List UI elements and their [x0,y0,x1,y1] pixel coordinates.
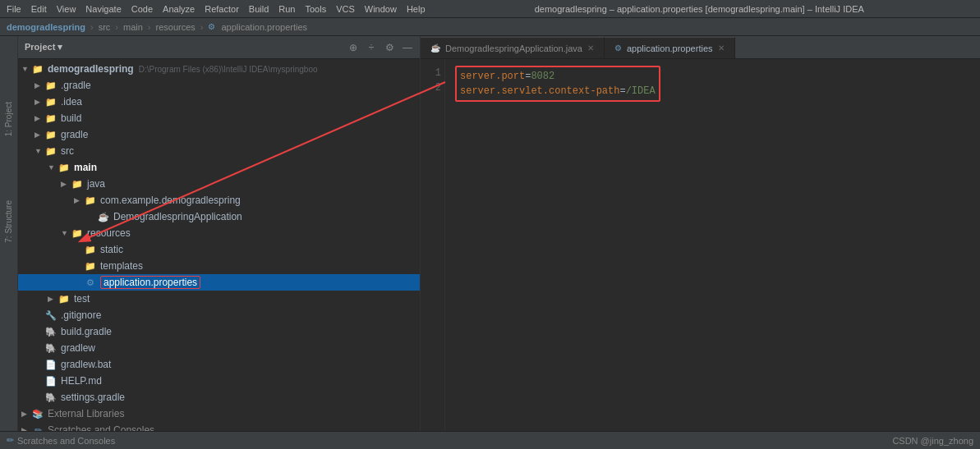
tree-label: .gradle [61,80,91,91]
props-tab-icon: ⚙ [614,44,622,53]
code-editor[interactable]: server.port=8082 server.servlet.context-… [445,59,980,431]
tree-item-demogradlespring[interactable]: ▼ 📁 demogradlespring D:\Program Files (x… [18,61,420,77]
tree-label: main [74,162,97,173]
arrow-icon: ▼ [48,163,58,172]
folder-icon: 📁 [58,293,71,305]
tab-close-props[interactable]: ✕ [718,44,725,53]
locate-icon[interactable]: ⊕ [347,42,359,53]
tree-label: settings.gradle [61,392,125,403]
tab-label: application.properties [627,44,713,53]
folder-open-icon: 📁 [71,227,84,239]
menu-tools[interactable]: Tools [305,4,326,14]
breadcrumb-main[interactable]: main [123,22,143,32]
gradle-file-icon: 🐘 [44,342,58,354]
java-file-icon: ☕ [97,211,110,222]
collapse-icon[interactable]: ÷ [366,42,377,53]
structure-panel-label[interactable]: 7: Structure [4,200,13,243]
menu-build[interactable]: Build [249,4,269,14]
folder-icon: 📁 [44,96,58,108]
folder-icon: 📁 [84,195,97,206]
bottom-bar: ✏ Scratches and Consoles CSDN @jing_zhon… [0,431,980,449]
tab-props[interactable]: ⚙ application.properties ✕ [605,37,735,58]
tab-close-java[interactable]: ✕ [587,44,594,53]
menu-view[interactable]: View [57,4,76,14]
scratch-bottom-icon: ✏ [7,435,14,446]
tree-label: demogradlespring [48,63,134,75]
tree-item-gradlew[interactable]: 🐘 gradlew [18,340,420,356]
breadcrumb-src[interactable]: src [99,22,111,32]
tree-label: src [61,145,74,157]
tree-item-extlibs[interactable]: ▶ 📚 External Libraries [18,405,420,422]
tree-item-gitignore[interactable]: 🔧 .gitignore [18,307,420,323]
panel-title: Project ▾ [25,42,341,53]
title-bar: File Edit View Navigate Code Analyze Ref… [0,0,980,18]
tree-item-appprops[interactable]: ⚙ application.properties [18,274,420,291]
minimize-icon[interactable]: — [402,42,413,53]
tree-item-buildgradle[interactable]: 🐘 build.gradle [18,323,420,340]
breadcrumb-project[interactable]: demogradlespring [7,22,85,32]
md-file-icon: 📄 [44,375,58,387]
menu-bar[interactable]: File Edit View Navigate Code Analyze Ref… [7,4,426,14]
menu-vcs[interactable]: VCS [336,4,355,14]
folder-open-icon: 📁 [44,145,58,157]
line-numbers: 1 2 [421,59,445,431]
settings-icon[interactable]: ⚙ [384,42,395,53]
main-layout: 1: Project 7: Structure Project ▾ ⊕ ÷ ⚙ … [0,36,980,431]
menu-code[interactable]: Code [131,4,153,14]
tree-item-resources[interactable]: ▼ 📁 resources [18,225,420,241]
menu-file[interactable]: File [7,4,21,14]
tree-item-scratches[interactable]: ▶ ✏ Scratches and Consoles [18,422,420,431]
code-val-1: 8082 [531,69,554,84]
breadcrumb-resources[interactable]: resources [156,22,196,32]
project-panel: Project ▾ ⊕ ÷ ⚙ — ▼ 📁 demogradlespring D… [18,36,421,431]
arrow-icon: ▶ [74,196,84,204]
git-file-icon: 🔧 [44,309,58,321]
panel-toolbar: Project ▾ ⊕ ÷ ⚙ — [18,36,420,59]
tree-item-src[interactable]: ▼ 📁 src [18,143,420,159]
tree-item-idea[interactable]: ▶ 📁 .idea [18,94,420,110]
scratch-icon: ✏ [31,424,44,431]
menu-analyze[interactable]: Analyze [163,4,195,14]
project-panel-label[interactable]: 1: Project [4,102,13,136]
tree-item-helpmd[interactable]: 📄 HELP.md [18,373,420,389]
editor-area: ☕ DemogradlespringApplication.java ✕ ⚙ a… [421,36,980,431]
tree-item-templates[interactable]: 📁 templates [18,258,420,274]
menu-edit[interactable]: Edit [31,4,47,14]
tree-item-gradlewbat[interactable]: 📄 gradlew.bat [18,356,420,373]
bat-file-icon: 📄 [44,359,58,370]
tree-item-build[interactable]: ▶ 📁 build [18,110,420,126]
tab-java[interactable]: ☕ DemogradlespringApplication.java ✕ [421,37,605,58]
menu-refactor[interactable]: Refactor [205,4,239,14]
arrow-icon: ▼ [21,65,31,73]
extlib-icon: 📚 [31,408,44,419]
tree-item-gradle2[interactable]: ▶ 📁 gradle [18,126,420,143]
tree-item-java[interactable]: ▶ 📁 java [18,176,420,192]
file-tree[interactable]: ▼ 📁 demogradlespring D:\Program Files (x… [18,59,420,431]
arrow-icon: ▶ [61,180,71,188]
scratches-label: Scratches and Consoles [17,436,115,446]
editor-content[interactable]: 1 2 server.port=8082 server.servlet.cont… [421,59,980,431]
menu-run[interactable]: Run [278,4,295,14]
arrow-icon: ▶ [35,131,44,139]
tree-item-com[interactable]: ▶ 📁 com.example.demogradlespring [18,192,420,208]
tree-item-static[interactable]: 📁 static [18,241,420,258]
tree-item-main[interactable]: ▼ 📁 main [18,159,420,176]
tree-label: External Libraries [48,408,124,419]
left-strip: 1: Project 7: Structure [0,36,18,431]
folder-icon: 📁 [84,260,97,272]
arrow-icon: ▶ [21,410,31,418]
menu-window[interactable]: Window [365,4,397,14]
tree-item-test[interactable]: ▶ 📁 test [18,291,420,307]
tree-item-app[interactable]: ☕ DemogradlespringApplication [18,208,420,225]
folder-icon: 📁 [44,80,58,91]
scratches-console-item[interactable]: ✏ Scratches and Consoles [7,435,115,446]
annotation-box: server.port=8082 server.servlet.context-… [455,66,660,102]
arrow-icon: ▶ [35,81,44,89]
folder-open-icon: 📁 [31,63,44,75]
breadcrumb-appprops[interactable]: application.properties [221,22,307,32]
menu-help[interactable]: Help [407,4,426,14]
tree-item-settingsgradle[interactable]: 🐘 settings.gradle [18,389,420,405]
tree-label-selected: application.properties [100,276,200,289]
tree-item-gradle[interactable]: ▶ 📁 .gradle [18,77,420,94]
menu-navigate[interactable]: Navigate [85,4,121,14]
